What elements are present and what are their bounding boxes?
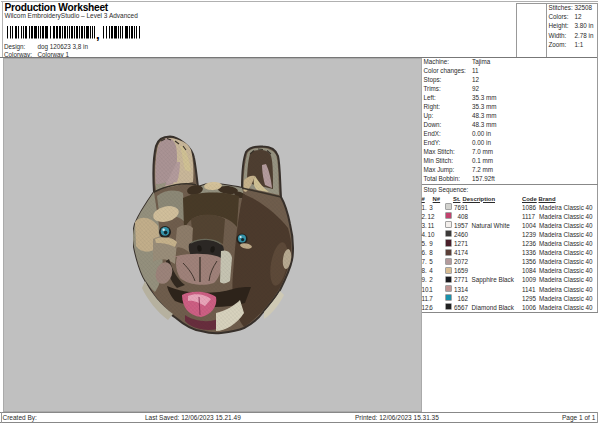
svg-text:,: ,: [96, 27, 100, 42]
